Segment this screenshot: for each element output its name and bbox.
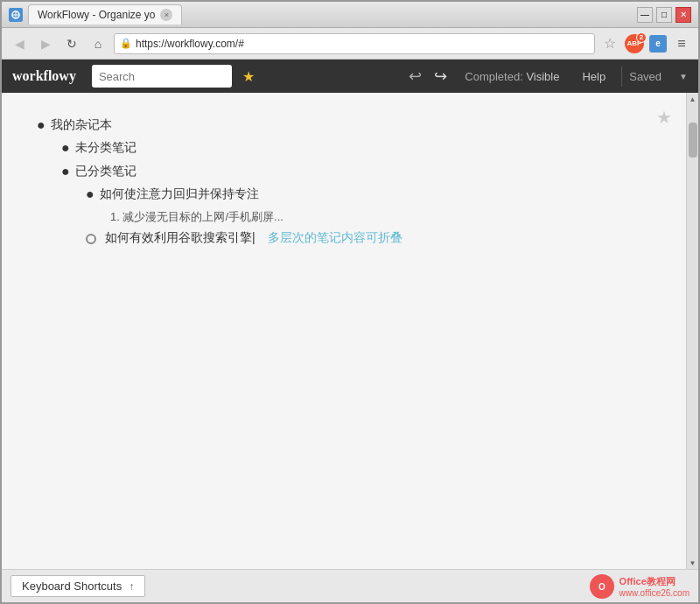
bottom-bar: Keyboard Shortcuts ↑ O Office教程网 www.off…	[2, 569, 698, 602]
radio-bullet-icon	[86, 234, 96, 244]
scrollbar-track[interactable]	[687, 105, 698, 557]
watermark-url: www.office26.com	[620, 588, 690, 598]
uncategorized-text[interactable]: 未分类笔记	[75, 138, 136, 157]
google-text[interactable]: 如何有效利用谷歌搜索引擎|	[105, 228, 256, 247]
focus-text[interactable]: 如何使注意力回归并保持专注	[100, 185, 259, 203]
search-input[interactable]	[92, 65, 232, 88]
categorized-text[interactable]: 已分类笔记	[75, 162, 136, 180]
outline-list: ● 我的杂记本 ● 未分类笔记 ●	[37, 116, 651, 247]
lock-icon: 🔒	[120, 38, 132, 49]
scrollbar-up-arrow[interactable]: ▲	[687, 93, 699, 105]
list-item: 如何有效利用谷歌搜索引擎| 多层次的笔记内容可折叠	[86, 228, 651, 247]
list-item: 1. 减少漫无目标的上网/手机刷屏...	[110, 208, 651, 225]
maximize-button[interactable]: □	[656, 7, 672, 23]
window-controls: — □ ✕	[637, 7, 691, 23]
favorite-star-icon[interactable]: ★	[656, 107, 672, 128]
root-item-text[interactable]: 我的杂记本	[51, 116, 112, 134]
undo-button[interactable]: ↩	[409, 67, 422, 86]
main-content: ★ ● 我的杂记本 ● 未分类笔记	[2, 93, 698, 569]
adblock-icon[interactable]: ABP	[625, 34, 644, 53]
bullet-icon: ●	[37, 116, 46, 135]
outline-root: ● 我的杂记本	[37, 116, 651, 135]
list-item: ● 已分类笔记 ● 如何使注意力回归并保持专注	[61, 162, 651, 247]
url-text: https://workflowy.com/#	[136, 38, 589, 50]
sub-list-2: ● 如何使注意力回归并保持专注 1. 减少漫无目标的上网/手机刷屏...	[61, 185, 651, 246]
list-item: ● 如何使注意力回归并保持专注 1. 减少漫无目标的上网/手机刷屏...	[86, 185, 651, 224]
back-button[interactable]: ◀	[9, 33, 30, 54]
completed-value: Visible	[526, 70, 559, 83]
watermark-text: Office教程网 www.office26.com	[620, 575, 690, 598]
keyboard-shortcuts-arrow-icon: ↑	[129, 580, 134, 593]
watermark: O Office教程网 www.office26.com	[590, 574, 690, 599]
annotation-text: 多层次的笔记内容可折叠	[268, 228, 402, 247]
scrollbar[interactable]: ▲ ▼	[686, 93, 698, 569]
list-item: ● 我的杂记本 ● 未分类笔记 ●	[37, 116, 651, 247]
completed-label: Completed:	[465, 70, 522, 83]
refresh-button[interactable]: ↻	[61, 33, 82, 54]
numbered-item[interactable]: 1. 减少漫无目标的上网/手机刷屏...	[110, 210, 284, 223]
content-area: ★ ● 我的杂记本 ● 未分类笔记	[2, 93, 686, 569]
minimize-button[interactable]: —	[637, 7, 653, 23]
help-button[interactable]: Help	[575, 67, 612, 87]
outline-item-focus: ● 如何使注意力回归并保持专注	[86, 185, 651, 204]
sub-list-3: 1. 减少漫无目标的上网/手机刷屏...	[86, 208, 651, 225]
search-star-icon[interactable]: ★	[242, 68, 255, 85]
title-bar: WorkFlowy - Organize yo × — □ ✕	[2, 2, 698, 28]
outline-item-google: 如何有效利用谷歌搜索引擎| 多层次的笔记内容可折叠	[86, 228, 651, 247]
scrollbar-thumb[interactable]	[689, 123, 697, 158]
saved-button[interactable]: Saved	[621, 67, 668, 87]
close-button[interactable]: ✕	[676, 7, 691, 23]
menu-button[interactable]: ≡	[672, 34, 691, 53]
outline-item-categorized: ● 已分类笔记	[61, 162, 651, 181]
list-item: ● 未分类笔记	[61, 138, 651, 158]
redo-button[interactable]: ↪	[434, 67, 447, 86]
forward-button[interactable]: ▶	[35, 33, 56, 54]
app-logo: workflowy	[12, 68, 76, 84]
watermark-logo: O	[590, 574, 614, 599]
tab-title: WorkFlowy - Organize yo	[38, 9, 155, 21]
keyboard-shortcuts-button[interactable]: Keyboard Shortcuts ↑	[10, 575, 145, 597]
svg-text:O: O	[598, 582, 606, 592]
browser-action-1[interactable]: e	[649, 35, 667, 53]
browser-tab[interactable]: WorkFlowy - Organize yo ×	[28, 4, 182, 25]
browser-window: WorkFlowy - Organize yo × — □ ✕ ◀ ▶ ↻ ⌂ …	[0, 0, 700, 604]
sub-list-1: ● 未分类笔记 ● 已分类笔记	[37, 138, 651, 246]
navigation-bar: ◀ ▶ ↻ ⌂ 🔒 https://workflowy.com/# ☆ ABP …	[2, 28, 698, 60]
browser-icon	[9, 8, 23, 22]
tab-close-button[interactable]: ×	[160, 9, 172, 21]
home-button[interactable]: ⌂	[88, 33, 108, 54]
app-toolbar: workflowy ★ ↩ ↪ Completed: Visible Help …	[2, 60, 698, 93]
bullet-icon: ●	[86, 185, 94, 204]
watermark-site: Office教程网	[620, 575, 690, 588]
completed-button[interactable]: Completed: Visible	[458, 67, 566, 87]
address-bar[interactable]: 🔒 https://workflowy.com/#	[114, 33, 595, 54]
scrollbar-down-arrow[interactable]: ▼	[687, 557, 699, 569]
bullet-icon: ●	[61, 162, 70, 181]
outline-item-uncategorized: ● 未分类笔记	[61, 138, 651, 158]
keyboard-shortcuts-label: Keyboard Shortcuts	[22, 579, 122, 593]
bullet-icon: ●	[61, 138, 70, 158]
dropdown-icon[interactable]: ▼	[679, 72, 688, 81]
bookmark-star[interactable]: ☆	[600, 34, 620, 53]
